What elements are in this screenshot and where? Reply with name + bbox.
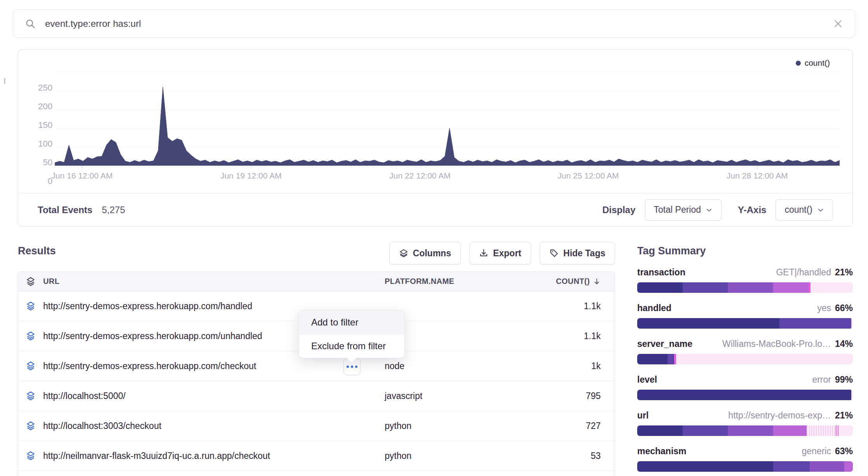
url-cell[interactable]: http://sentry-demos-express.herokuapp.co…	[43, 361, 385, 371]
tag-distribution-bar[interactable]	[637, 425, 853, 436]
layers-icon	[26, 301, 36, 311]
tag-name: transaction	[637, 267, 685, 278]
search-bar[interactable]: event.type:error has:url	[13, 9, 855, 38]
tag-top-value: yes	[817, 303, 831, 313]
x-tick-label: Jun 19 12:00 AM	[220, 171, 282, 180]
x-tick-label: Jun 16 12:00 AM	[51, 171, 113, 180]
chart-footer: Total Events 5,275 Display Total Period …	[18, 193, 852, 226]
count-series-area	[55, 87, 840, 166]
url-cell[interactable]: http://localhost:3003/checkout	[43, 421, 385, 431]
platform-cell[interactable]: python	[385, 451, 540, 461]
tag-row-transaction: transactionGET|/handled21%	[637, 267, 853, 293]
layers-icon	[26, 391, 36, 401]
platform-cell[interactable]: javascript	[385, 391, 540, 401]
count-cell[interactable]: 53	[540, 451, 615, 461]
legend-dot-icon	[796, 61, 801, 66]
x-tick-mark	[588, 166, 589, 169]
tag-row-handled: handledyes66%	[637, 303, 853, 329]
tag-name: handled	[637, 303, 671, 313]
y-tick: 0	[29, 176, 52, 186]
events-chart[interactable]: 250 200 150 100 50 0 Jun 16 12:00 AM Jun…	[55, 65, 840, 166]
yaxis-label: Y-Axis	[738, 205, 766, 215]
tag-top-value: generic	[802, 446, 831, 457]
yaxis-select[interactable]: count()	[776, 199, 833, 221]
row-layers-icon[interactable]	[18, 391, 43, 401]
x-tick-mark	[757, 166, 758, 169]
tag-row-level: levelerror99%	[637, 374, 853, 400]
tag-distribution-bar[interactable]	[637, 461, 853, 472]
tag-distribution-bar[interactable]	[637, 390, 853, 400]
tag-top-percent: 66%	[835, 303, 853, 313]
tag-name: url	[637, 410, 648, 421]
url-cell[interactable]: http://neilmanvar-flask-m3uuizd7iq-uc.a.…	[43, 451, 385, 461]
tag-top-value: GET|/handled	[776, 267, 831, 278]
results-actions: Columns Export Hide Tags	[18, 242, 615, 264]
download-icon	[479, 248, 488, 258]
table-row[interactable]: http://localhost:3003/checkoutpython727	[18, 411, 615, 441]
row-layers-icon[interactable]	[18, 451, 43, 461]
cell-context-menu: Add to filter Exclude from filter	[298, 310, 405, 358]
display-select[interactable]: Total Period	[645, 199, 722, 221]
layers-icon	[26, 421, 36, 431]
table-row-partial	[18, 471, 615, 476]
tag-distribution-bar[interactable]	[637, 354, 853, 364]
y-tick: 150	[29, 120, 52, 130]
tag-top-value: Williams-MacBook-Pro.lo…	[722, 339, 831, 349]
tag-row-mechanism: mechanismgeneric63%	[637, 446, 853, 472]
layers-icon[interactable]	[26, 276, 36, 287]
row-layers-icon[interactable]	[18, 421, 43, 431]
layers-icon	[26, 451, 36, 461]
column-header-count[interactable]: COUNT()	[540, 277, 615, 286]
column-header-platform[interactable]: PLATFORM.NAME	[385, 277, 540, 286]
count-cell[interactable]: 1.1k	[540, 301, 615, 312]
x-tick-label: Jun 22 12:00 AM	[389, 171, 451, 180]
display-value: Total Period	[654, 205, 701, 215]
count-cell[interactable]: 1k	[540, 361, 615, 371]
column-header-url[interactable]: URL	[43, 277, 385, 286]
layers-icon	[26, 361, 36, 371]
clear-search-icon[interactable]	[833, 19, 843, 29]
display-label: Display	[602, 205, 635, 215]
x-tick-label: Jun 25 12:00 AM	[558, 171, 619, 180]
row-layers-icon[interactable]	[18, 301, 43, 311]
yaxis-value: count()	[784, 205, 812, 215]
tag-row-server_name: server_nameWilliams-MacBook-Pro.lo…14%	[637, 339, 853, 364]
hide-tags-button[interactable]: Hide Tags	[540, 242, 615, 264]
columns-button[interactable]: Columns	[389, 242, 461, 264]
total-events-label: Total Events	[38, 205, 92, 215]
y-tick: 50	[29, 158, 52, 168]
export-button[interactable]: Export	[469, 242, 531, 264]
menu-item-add-to-filter[interactable]: Add to filter	[299, 310, 404, 334]
table-row[interactable]: http://localhost:5000/javascript795	[18, 381, 615, 411]
platform-cell[interactable]: python	[385, 421, 540, 431]
tag-name: mechanism	[637, 446, 687, 457]
x-tick-label: Jun 28 12:00 AM	[727, 171, 788, 180]
table-row[interactable]: http://neilmanvar-flask-m3uuizd7iq-uc.a.…	[18, 441, 615, 471]
url-cell[interactable]: http://localhost:5000/	[43, 391, 385, 401]
count-cell[interactable]: 1.1k	[540, 331, 615, 341]
search-input[interactable]: event.type:error has:url	[45, 18, 833, 29]
count-cell[interactable]: 727	[540, 421, 615, 431]
hide-tags-button-label: Hide Tags	[563, 248, 605, 259]
y-tick: 250	[29, 83, 52, 93]
tag-name: level	[637, 374, 657, 385]
events-chart-panel: count() 250 200 150 100 50 0 Jun 16 12:0…	[18, 49, 853, 227]
results-table: URL PLATFORM.NAME COUNT() http://sentry-…	[18, 271, 615, 476]
columns-button-label: Columns	[413, 248, 451, 259]
sort-desc-icon	[593, 278, 601, 285]
tag-top-percent: 14%	[835, 339, 853, 349]
layers-icon	[399, 248, 408, 258]
row-layers-icon[interactable]	[18, 331, 43, 341]
tag-distribution-bar[interactable]	[637, 282, 853, 293]
left-edge-handle	[4, 78, 5, 84]
total-events-value: 5,275	[102, 205, 125, 215]
search-icon	[25, 18, 36, 29]
x-tick-mark	[420, 166, 420, 169]
platform-cell[interactable]: node	[385, 361, 540, 371]
tag-distribution-bar[interactable]	[637, 318, 853, 329]
x-tick-mark	[82, 166, 82, 169]
count-cell[interactable]: 795	[540, 391, 615, 401]
tag-top-percent: 63%	[835, 446, 853, 457]
x-tick-mark	[251, 166, 251, 169]
row-layers-icon[interactable]	[18, 361, 43, 371]
